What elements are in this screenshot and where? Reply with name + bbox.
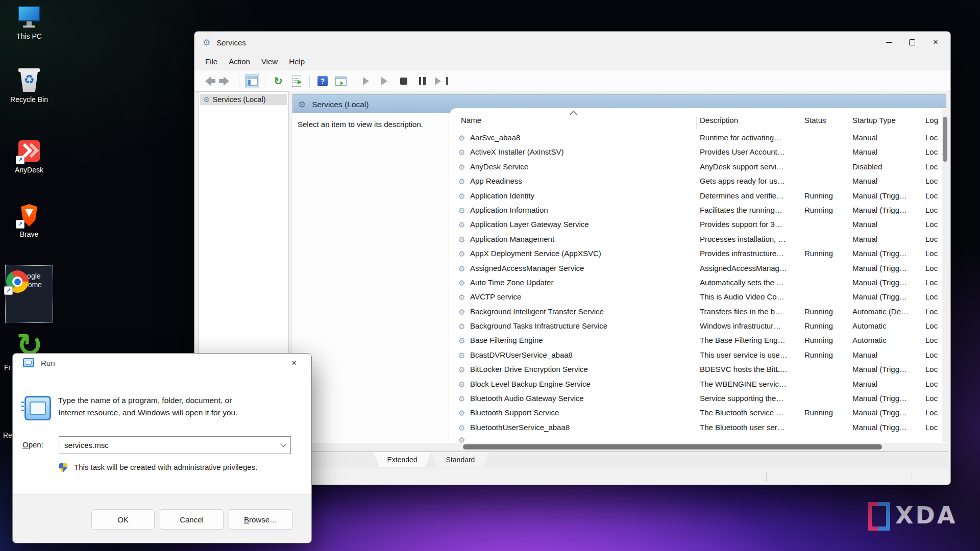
- service-logon-as: Loc: [925, 394, 942, 403]
- table-row[interactable]: ⚙Base Filtering EngineThe Base Filtering…: [449, 334, 942, 348]
- service-gear-icon: ⚙: [458, 380, 465, 390]
- run-dialog: Run × Type the name of a program, folder…: [12, 353, 312, 543]
- show-console-tree-icon[interactable]: [245, 74, 259, 88]
- tree-item-services-local[interactable]: ⚙ Services (Local): [200, 94, 287, 105]
- run-close-icon[interactable]: ×: [284, 354, 304, 372]
- table-row[interactable]: ⚙Auto Time Zone UpdaterAutomatically set…: [449, 276, 942, 290]
- service-logon-as: Loc: [925, 365, 942, 373]
- service-description: AnyDesk support servi…: [700, 162, 798, 171]
- service-gear-icon: ⚙: [458, 162, 465, 172]
- service-startup-type: Manual: [852, 350, 919, 359]
- ok-button[interactable]: OK: [91, 509, 155, 530]
- desktop-icon-anydesk[interactable]: ↗ AnyDesk: [5, 139, 53, 174]
- menu-help[interactable]: Help: [283, 55, 310, 68]
- menu-view[interactable]: View: [256, 55, 283, 68]
- run-large-icon: [24, 396, 51, 420]
- table-row[interactable]: ⚙ActiveX Installer (AxInstSV)Provides Us…: [449, 145, 942, 160]
- resume-service-icon[interactable]: [378, 74, 393, 88]
- table-row[interactable]: ⚙AVCTP serviceThis is Audio Video Co…Man…: [449, 290, 942, 305]
- cancel-button[interactable]: Cancel: [160, 509, 224, 530]
- service-name: AssignedAccessManager Service: [470, 264, 694, 272]
- service-logon-as: Loc: [925, 423, 942, 432]
- menu-bar: File Action View Help: [200, 53, 950, 70]
- title-bar[interactable]: ⚙ Services ×: [194, 32, 950, 53]
- scrollbar-thumb[interactable]: [463, 444, 882, 449]
- service-startup-type: Manual (Trigg…: [852, 365, 919, 373]
- export-list-icon[interactable]: [289, 74, 304, 88]
- services-app-icon: ⚙: [203, 37, 210, 47]
- pause-service-icon[interactable]: [415, 74, 429, 88]
- run-title-bar[interactable]: Run ×: [13, 354, 311, 372]
- chrome-icon: ↗: [5, 269, 30, 294]
- table-row[interactable]: ⚙Block Level Backup Engine ServiceThe WB…: [449, 378, 942, 392]
- refresh-icon[interactable]: ↻: [271, 74, 285, 88]
- restart-service-icon[interactable]: [433, 74, 448, 88]
- help-icon[interactable]: ?: [315, 74, 330, 88]
- back-icon[interactable]: [201, 74, 215, 88]
- start-service-icon[interactable]: [360, 74, 374, 88]
- service-startup-type: Manual (Trigg…: [852, 292, 919, 301]
- service-status: Running: [804, 321, 849, 330]
- maximize-button[interactable]: [900, 32, 924, 53]
- open-input-value[interactable]: services.msc: [64, 441, 109, 449]
- service-logon-as: Loc: [925, 147, 942, 156]
- table-row[interactable]: ⚙Application InformationFacilitates the …: [449, 204, 942, 218]
- shortcut-arrow-icon: ↗: [4, 286, 13, 295]
- properties-icon[interactable]: [334, 74, 348, 88]
- service-status: Running: [804, 408, 849, 417]
- service-gear-icon: ⚙: [458, 394, 465, 404]
- table-row[interactable]: ⚙AnyDesk ServiceAnyDesk support servi…Di…: [449, 160, 942, 174]
- column-header-logon[interactable]: Log: [925, 116, 938, 129]
- desktop-icon-this-pc[interactable]: This PC: [5, 5, 53, 41]
- tab-standard[interactable]: Standard: [432, 452, 489, 467]
- table-row[interactable]: ⚙Bluetooth Audio Gateway ServiceService …: [449, 392, 942, 406]
- desktop-icon-brave[interactable]: ↗ Brave: [5, 203, 53, 239]
- service-gear-icon: ⚙: [458, 133, 465, 143]
- column-header-status[interactable]: Status: [804, 116, 826, 129]
- stop-service-icon[interactable]: [397, 74, 411, 88]
- browse-button[interactable]: Browse…: [229, 509, 292, 530]
- run-message-line1: Type the name of a program, folder, docu…: [58, 394, 273, 407]
- column-header-description[interactable]: Description: [700, 116, 738, 129]
- table-row[interactable]: ⚙AssignedAccessManager ServiceAssignedAc…: [449, 262, 942, 276]
- table-row[interactable]: ⚙Application Layer Gateway ServiceProvid…: [449, 218, 942, 232]
- table-row[interactable]: ⚙BluetoothUserService_abaa8The Bluetooth…: [449, 421, 942, 435]
- service-startup-type: Manual (Trigg…: [852, 264, 919, 272]
- service-name: BitLocker Drive Encryption Service: [470, 365, 694, 373]
- service-name: AVCTP service: [470, 292, 694, 301]
- minimize-button[interactable]: [877, 32, 900, 53]
- table-row[interactable]: ⚙Application IdentityDetermines and veri…: [449, 189, 942, 204]
- desktop-icon-google-chrome[interactable]: ↗ Google Chrome: [5, 269, 53, 289]
- service-logon-as: Loc: [925, 133, 942, 142]
- desktop-icon-recycle-bin[interactable]: ♻ Recycle Bin: [5, 68, 53, 104]
- view-tabs: Extended Standard: [289, 452, 948, 469]
- column-header-name[interactable]: Name: [461, 116, 481, 129]
- service-description: Windows infrastructur…: [700, 321, 798, 330]
- menu-action[interactable]: Action: [223, 55, 256, 68]
- table-row[interactable]: ⚙Background Intelligent Transfer Service…: [449, 305, 942, 319]
- table-row[interactable]: ⚙BitLocker Drive Encryption ServiceBDESV…: [449, 363, 942, 377]
- service-gear-icon: ⚙: [458, 365, 465, 375]
- menu-file[interactable]: File: [200, 55, 223, 68]
- service-gear-icon: ⚙: [458, 206, 465, 216]
- service-logon-as: Loc: [925, 191, 942, 200]
- service-logon-as: Loc: [925, 292, 942, 301]
- forward-icon[interactable]: [219, 74, 233, 88]
- column-header-startup-type[interactable]: Startup Type: [852, 116, 896, 129]
- table-row[interactable]: ⚙BcastDVRUserService_abaa8This user serv…: [449, 348, 942, 363]
- scrollbar-thumb[interactable]: [943, 117, 947, 162]
- table-row[interactable]: ⚙Application ManagementProcesses install…: [449, 233, 942, 247]
- close-button[interactable]: ×: [924, 32, 947, 53]
- table-row[interactable]: ⚙Bluetooth Support ServiceThe Bluetooth …: [449, 406, 942, 420]
- table-row[interactable]: ⚙App ReadinessGets apps ready for us…Man…: [449, 174, 942, 189]
- chevron-down-icon[interactable]: [280, 441, 287, 447]
- service-logon-as: Loc: [925, 220, 942, 229]
- horizontal-scrollbar[interactable]: [449, 443, 948, 451]
- tab-extended[interactable]: Extended: [374, 452, 431, 467]
- table-row[interactable]: ⚙AppX Deployment Service (AppXSVC)Provid…: [449, 247, 942, 261]
- open-combobox[interactable]: services.msc: [59, 436, 291, 454]
- service-description: Gets apps ready for us…: [700, 177, 798, 185]
- table-row[interactable]: ⚙Background Tasks Infrastructure Service…: [449, 319, 942, 334]
- table-row[interactable]: ⚙AarSvc_abaa8Runtime for activating…Manu…: [449, 131, 942, 145]
- vertical-scrollbar[interactable]: [942, 109, 948, 442]
